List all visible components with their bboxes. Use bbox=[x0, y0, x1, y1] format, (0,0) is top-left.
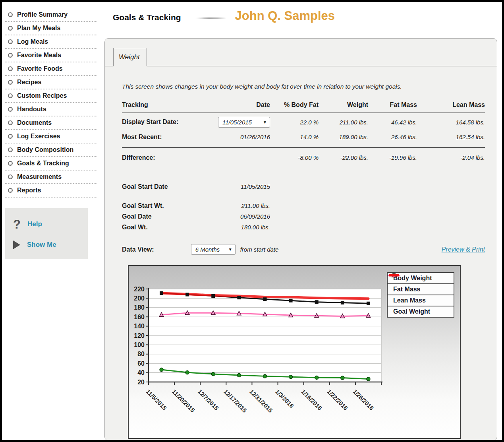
sidebar-item-label: Handouts bbox=[17, 106, 46, 113]
tracking-row-label: Difference: bbox=[122, 151, 216, 164]
sidebar-item-label: Goals & Tracking bbox=[17, 160, 69, 167]
bullet-icon bbox=[8, 147, 13, 152]
series-marker-body-weight bbox=[185, 293, 189, 297]
sidebar-item-label: Plan My Meals bbox=[17, 25, 60, 32]
tracking-body-fat-value: -8.00 % bbox=[270, 151, 319, 164]
tracking-date-cell: 11/05/2015▼ bbox=[216, 113, 270, 131]
sidebar-separator bbox=[5, 156, 97, 157]
tab-weight[interactable]: Weight bbox=[113, 48, 147, 66]
sidebar-separator bbox=[5, 35, 97, 35]
goal-row-goal-start-wt: Goal Start Wt.211.00 lbs. bbox=[122, 200, 270, 211]
tracking-row-label: Most Recent: bbox=[122, 131, 216, 143]
tracking-weight-value: 211.00 lbs. bbox=[319, 113, 368, 131]
sidebar-item-measurements[interactable]: Measurements bbox=[2, 172, 103, 182]
sidebar-item-plan-my-meals[interactable]: Plan My Meals bbox=[2, 23, 103, 33]
tab-strip: Weight bbox=[105, 39, 497, 66]
svg-text:180: 180 bbox=[134, 304, 145, 311]
bullet-icon bbox=[8, 188, 13, 193]
tracking-date-value: 01/26/2016 bbox=[240, 134, 270, 140]
tracking-header-lean-mass: Lean Mass bbox=[417, 101, 485, 112]
sidebar-separator bbox=[5, 102, 97, 103]
screen-description: This screen shows changes in your body w… bbox=[122, 83, 485, 90]
sidebar-item-profile-summary[interactable]: Profile Summary bbox=[2, 10, 103, 19]
bullet-icon bbox=[8, 120, 13, 125]
sidebar-item-label: Measurements bbox=[17, 173, 62, 180]
sidebar-item-documents[interactable]: Documents bbox=[2, 118, 103, 128]
question-mark-icon: ? bbox=[13, 218, 21, 231]
sidebar-item-label: Reports bbox=[17, 187, 41, 194]
sidebar-item-favorite-meals[interactable]: Favorite Meals bbox=[2, 50, 103, 60]
series-marker-fat-mass bbox=[160, 368, 163, 372]
sidebar-item-recipes[interactable]: Recipes bbox=[2, 78, 103, 87]
tracking-body-fat-value: 14.0 % bbox=[270, 131, 319, 143]
sidebar-item-custom-recipes[interactable]: Custom Recipes bbox=[2, 91, 103, 101]
sidebar-separator bbox=[5, 89, 97, 89]
svg-text:220: 220 bbox=[134, 286, 145, 293]
bullet-icon bbox=[8, 66, 13, 71]
sidebar-nav: Profile SummaryPlan My MealsLog MealsFav… bbox=[2, 10, 103, 198]
svg-text:140: 140 bbox=[134, 323, 145, 330]
sidebar-item-label: Log Exercises bbox=[17, 133, 60, 140]
display-start-date-select[interactable]: 11/05/2015▼ bbox=[218, 117, 270, 128]
series-marker-fat-mass bbox=[289, 375, 293, 379]
series-marker-fat-mass bbox=[341, 376, 344, 380]
sidebar-item-label: Favorite Foods bbox=[17, 65, 63, 72]
bullet-icon bbox=[8, 26, 13, 31]
tracking-date-cell bbox=[216, 151, 270, 164]
sidebar-item-goals-tracking[interactable]: Goals & Tracking bbox=[2, 159, 103, 168]
sidebar-separator bbox=[5, 183, 97, 184]
tracking-header-fat-mass: Fat Mass bbox=[368, 101, 417, 112]
legend-item-goal-weight: Goal Weight bbox=[387, 306, 454, 318]
tracking-header-weight: Weight bbox=[319, 101, 368, 112]
svg-text:160: 160 bbox=[134, 314, 145, 320]
display-start-date-value: 11/05/2015 bbox=[222, 119, 252, 126]
goal-value: 11/05/2015 bbox=[207, 183, 270, 190]
goal-value: 211.00 lbs. bbox=[207, 202, 270, 209]
tracking-body-fat-value: 22.0 % bbox=[270, 113, 319, 131]
show-me-label: Show Me bbox=[27, 241, 56, 249]
series-marker-fat-mass bbox=[185, 371, 189, 374]
weight-chart: 2040608010012014016018020022011/5/201511… bbox=[128, 265, 461, 439]
data-view-select[interactable]: 6 Months ▼ bbox=[191, 244, 236, 255]
help-box: ? Help Show Me bbox=[5, 208, 88, 259]
sidebar-item-label: Recipes bbox=[17, 79, 41, 86]
sidebar-item-log-meals[interactable]: Log Meals bbox=[2, 37, 103, 47]
goal-label: Goal Wt. bbox=[122, 224, 207, 231]
svg-text:40: 40 bbox=[137, 369, 145, 376]
tracking-row-label: Display Start Date: bbox=[122, 113, 216, 131]
tracking-lean-mass-value: -2.04 lbs. bbox=[417, 151, 485, 164]
sidebar-item-reports[interactable]: Reports bbox=[2, 186, 103, 195]
svg-text:20: 20 bbox=[137, 379, 145, 386]
series-marker-body-weight bbox=[315, 300, 319, 304]
tracking-table: TrackingDate% Body FatWeightFat MassLean… bbox=[122, 101, 485, 164]
goal-row-goal-date: Goal Date06/09/2016 bbox=[122, 211, 270, 222]
sidebar-separator bbox=[5, 48, 97, 49]
sidebar-item-favorite-foods[interactable]: Favorite Foods bbox=[2, 64, 103, 74]
goal-label: Goal Start Wt. bbox=[122, 202, 207, 209]
tracking-fat-mass-value: -19.96 lbs. bbox=[368, 151, 417, 164]
help-button[interactable]: ? Help bbox=[13, 214, 88, 235]
series-marker-body-weight bbox=[211, 294, 215, 298]
sidebar-item-handouts[interactable]: Handouts bbox=[2, 105, 103, 114]
series-marker-body-weight bbox=[237, 296, 241, 299]
show-me-button[interactable]: Show Me bbox=[13, 235, 88, 255]
series-marker-body-weight bbox=[160, 291, 163, 295]
bullet-icon bbox=[8, 134, 13, 139]
preview-print-link[interactable]: Preview & Print bbox=[442, 246, 485, 253]
series-marker-fat-mass bbox=[315, 376, 319, 379]
chevron-down-icon: ▼ bbox=[263, 120, 267, 124]
bullet-icon bbox=[8, 39, 13, 44]
bullet-icon bbox=[8, 53, 13, 58]
chart-legend: Body WeightFat MassLean MassGoal Weight bbox=[387, 272, 454, 318]
play-triangle-icon bbox=[13, 240, 20, 249]
sidebar-item-log-exercises[interactable]: Log Exercises bbox=[2, 132, 103, 141]
data-view-row: Data View: 6 Months ▼ from start date Pr… bbox=[122, 244, 485, 255]
bullet-icon bbox=[8, 80, 13, 85]
tracking-header-tracking: Tracking bbox=[122, 101, 216, 112]
goal-value: 06/09/2016 bbox=[207, 213, 270, 220]
sidebar-item-body-composition[interactable]: Body Composition bbox=[2, 145, 103, 155]
sidebar-item-label: Favorite Meals bbox=[17, 52, 61, 59]
sidebar-separator bbox=[5, 170, 97, 171]
svg-text:120: 120 bbox=[134, 332, 145, 339]
series-marker-body-weight bbox=[341, 301, 344, 304]
